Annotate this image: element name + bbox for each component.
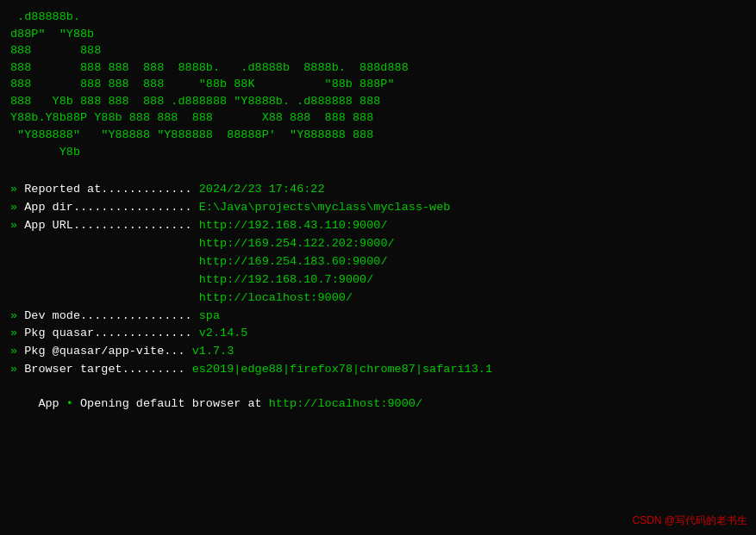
app-url-value-2: http://169.254.122.202:9000/ (199, 235, 395, 253)
dev-mode-value: spa (199, 308, 220, 326)
app-opening-text: Opening default browser at (73, 397, 269, 410)
dev-mode-row: » Dev mode................ spa (10, 308, 746, 326)
info-section: » Reported at............. 2024/2/23 17:… (10, 181, 746, 379)
app-word: App (38, 397, 66, 410)
app-url-value-3: http://169.254.183.60:9000/ (199, 253, 395, 271)
watermark: CSDN @写代码的老书生 (632, 513, 747, 528)
reported-at-label: Reported at............. (17, 181, 199, 199)
pkg-quasar-value: v2.14.5 (199, 325, 248, 343)
terminal-window: .d88888b. d88P" "Y88b 888 888 888 888 88… (0, 0, 756, 535)
app-url-label: App URL................. (17, 217, 199, 235)
browser-target-value: es2019|edge88|firefox78|chrome87|safari1… (192, 361, 492, 379)
reported-at-value: 2024/2/23 17:46:22 (199, 181, 325, 199)
app-dir-label: App dir................. (17, 199, 199, 217)
app-url-value-1: http://192.168.43.110:9000/ (199, 217, 395, 235)
app-url-row: » App URL................. http://192.16… (10, 217, 746, 308)
app-url-values: http://192.168.43.110:9000/ http://169.2… (199, 217, 395, 308)
dev-mode-label: Dev mode................ (17, 308, 199, 326)
browser-target-label: Browser target......... (17, 361, 192, 379)
arrow-icon: » (10, 217, 17, 235)
app-opening-line: App • Opening default browser at http://… (10, 384, 746, 423)
bullet-icon: • (66, 397, 73, 410)
pkg-quasar-label: Pkg quasar.............. (17, 325, 199, 343)
app-dir-row: » App dir................. E:\Java\proje… (10, 199, 746, 217)
reported-at-row: » Reported at............. 2024/2/23 17:… (10, 181, 746, 199)
app-dir-value: E:\Java\projects\myclass\myclass-web (199, 199, 451, 217)
browser-target-row: » Browser target......... es2019|edge88|… (10, 361, 746, 379)
arrow-icon: » (10, 325, 17, 343)
app-url-value-5: http://localhost:9000/ (199, 289, 395, 308)
pkg-app-vite-row: » Pkg @quasar/app-vite... v1.7.3 (10, 343, 746, 361)
pkg-app-vite-label: Pkg @quasar/app-vite... (17, 343, 192, 361)
arrow-icon: » (10, 308, 17, 326)
arrow-icon: » (10, 181, 17, 199)
app-url-value-4: http://192.168.10.7:9000/ (199, 271, 395, 289)
ascii-art-logo: .d88888b. d88P" "Y88b 888 888 888 888 88… (10, 9, 746, 160)
app-opening-url: http://localhost:9000/ (269, 397, 422, 410)
arrow-icon: » (10, 343, 17, 361)
arrow-icon: » (10, 361, 17, 379)
arrow-icon: » (10, 199, 17, 217)
pkg-app-vite-value: v1.7.3 (192, 343, 234, 361)
pkg-quasar-row: » Pkg quasar.............. v2.14.5 (10, 325, 746, 343)
